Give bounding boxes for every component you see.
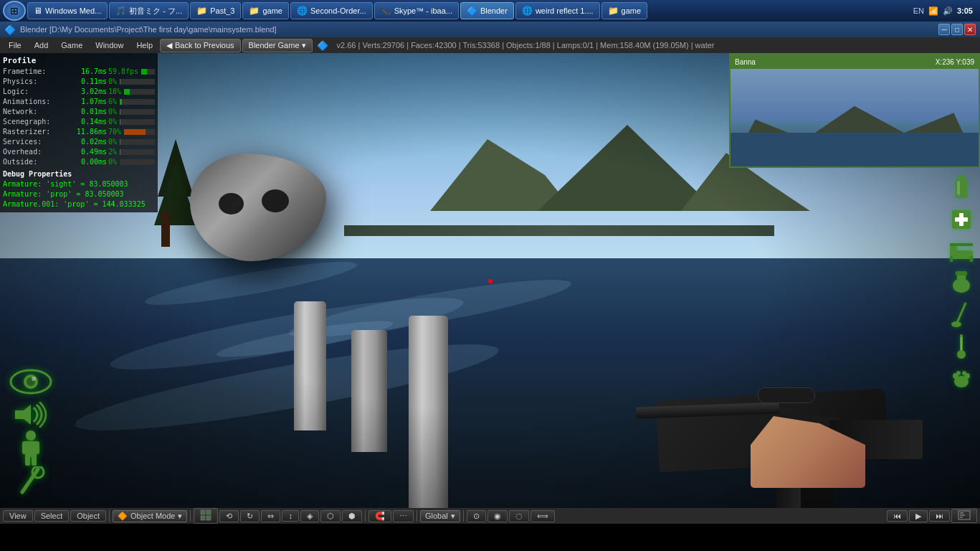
minimap-background [731, 55, 979, 166]
prop-falloff-button[interactable]: ◌ [509, 510, 529, 522]
taskbar-btn-windows-media[interactable]: 🖥 Windows Med... [27, 2, 108, 19]
svg-rect-18 [961, 337, 962, 350]
volume-icon: 🔊 [943, 6, 953, 16]
menu-window[interactable]: Window [90, 39, 129, 51]
crosshair [488, 279, 493, 283]
snap-button[interactable]: 🧲 [368, 510, 391, 522]
mirror-button[interactable]: ⟺ [531, 510, 555, 522]
global-chevron-icon: ▾ [451, 512, 455, 521]
global-local-select[interactable]: Global ▾ [420, 510, 460, 522]
folder-icon-2: 📁 [249, 6, 260, 16]
minimap-header: Banna X:236 Y:039 [731, 55, 979, 69]
scale-button[interactable]: ⇔ [261, 510, 280, 522]
status-bar-text: v2.66 | Verts:29706 | Faces:42300 | Tris… [337, 41, 715, 50]
mode-chevron-icon: ▾ [178, 512, 182, 521]
back-to-previous-button[interactable]: ◀ Back to Previous [160, 39, 241, 52]
blender-logo-icon: 🔷 [317, 40, 328, 51]
hud-toilet-icon [948, 270, 974, 296]
windows-icon: ⊞ [10, 5, 19, 17]
svg-point-17 [957, 350, 966, 359]
tool-4-button[interactable]: ⬢ [342, 510, 362, 522]
game-viewport[interactable]: Profile Frametime: 16.7ms 59.8fps Physic… [0, 53, 980, 509]
close-button[interactable]: ✕ [964, 24, 976, 35]
rotate-button[interactable]: ↻ [240, 510, 260, 522]
menu-add[interactable]: Add [29, 39, 54, 51]
hud-bottle-icon [948, 175, 974, 201]
toolbar-separator-4 [417, 510, 417, 522]
svg-rect-40 [206, 516, 211, 520]
miku-icon: 🎵 [115, 6, 126, 16]
svg-rect-8 [950, 243, 973, 246]
tool-1-button[interactable]: ↕ [282, 510, 299, 522]
anim-play-button[interactable]: ▶ [909, 510, 928, 522]
snap-type-button[interactable]: ⋯ [393, 510, 414, 522]
blender-taskbar-icon: 🔷 [467, 6, 477, 16]
render-engine-select[interactable]: Blender Game ▾ [242, 39, 313, 52]
taskbar-btn-skype[interactable]: 📞 Skype™ - ibaa... [374, 2, 459, 19]
taskbar-btn-game[interactable]: 📁 game [242, 2, 289, 19]
hud-thermometer-icon [948, 333, 974, 359]
tool-2-button[interactable]: ◈ [300, 510, 319, 522]
profile-row-services: Services: 0.02ms 0% [3, 137, 155, 147]
svg-point-27 [32, 377, 36, 381]
svg-rect-31 [22, 441, 28, 454]
taskbar-btn-weird-reflect[interactable]: 🌐 weird reflect 1.... [515, 2, 600, 19]
windows-media-icon: 🖥 [34, 6, 42, 16]
debug-properties-title: Debug Properties [3, 170, 155, 178]
prop-type-button[interactable]: ◉ [487, 510, 508, 522]
hud-wrench-icon [6, 466, 56, 495]
profile-row-network: Network: 0.01ms 0% [3, 107, 155, 117]
profile-row-frametime: Frametime: 16.7ms 59.8fps [3, 67, 155, 77]
main-viewport: Profile Frametime: 16.7ms 59.8fps Physic… [0, 53, 980, 524]
toolbar-separator-1 [109, 510, 110, 522]
view-menu-button[interactable]: View [3, 510, 33, 522]
anim-end-button[interactable]: ⏭ [929, 510, 950, 522]
minimap-water [731, 133, 979, 166]
clock: 3:05 [957, 6, 973, 15]
anim-start-button[interactable]: ⏮ [887, 510, 908, 522]
menu-file[interactable]: File [3, 39, 27, 51]
menu-help[interactable]: Help [130, 39, 158, 51]
title-bar: 🔷 Blender [D:\My Documents\Project\The f… [0, 22, 980, 37]
toolbar-separator-3 [365, 510, 366, 522]
object-mode-select[interactable]: 🔶 Object Mode ▾ [113, 510, 187, 522]
taskbar-btn-past3[interactable]: 📁 Past_3 [190, 2, 241, 19]
cylinder-post-1 [294, 301, 326, 430]
profile-title: Profile [3, 56, 155, 65]
network-icon: 📶 [928, 6, 938, 16]
hud-person-icon [6, 433, 56, 462]
blender-title-icon: 🔷 [4, 24, 16, 35]
taskbar-btn-game2[interactable]: 📁 game [601, 2, 648, 19]
transform-button[interactable]: ⟲ [219, 510, 239, 522]
view-layer-button[interactable] [194, 508, 218, 524]
horizon-land [344, 225, 774, 236]
debug-row-1: Armature: 'sight' = 83.050003 [3, 179, 155, 189]
svg-rect-10 [970, 256, 973, 262]
tool-3-button[interactable]: ⬡ [320, 510, 341, 522]
folder-icon-1: 📁 [196, 6, 207, 16]
select-menu-button[interactable]: Select [34, 510, 70, 522]
cylinder-post-3 [409, 316, 448, 509]
proportional-edit-button[interactable]: ⊙ [467, 510, 486, 522]
profile-row-animations: Animations: 1.07ms 6% [3, 97, 155, 107]
start-button[interactable]: ⊞ [3, 1, 26, 21]
svg-point-15 [951, 321, 961, 327]
taskbar-btn-blender[interactable]: 🔷 Blender [460, 2, 514, 19]
svg-line-35 [22, 469, 38, 492]
hud-bed-icon [948, 238, 974, 264]
profile-row-rasterizer: Rasterizer: 11.86ms 70% [3, 127, 155, 137]
chevron-down-icon: ▾ [302, 41, 306, 50]
taskbar-btn-miku[interactable]: 🎵 初音ミク - フ... [109, 2, 189, 19]
frame-number[interactable] [951, 509, 977, 523]
minimap-coords: X:236 Y:039 [936, 58, 974, 66]
profile-row-logic: Logic: 3.02ms 18% [3, 87, 155, 97]
menu-game[interactable]: Game [55, 39, 88, 51]
maximize-button[interactable]: □ [951, 24, 963, 35]
object-menu-button[interactable]: Object [70, 510, 106, 522]
profile-row-outside: Outside: 0.00ms 0% [3, 157, 155, 167]
profile-row-overhead: Overhead: 0.49ms 2% [3, 147, 155, 157]
cylinder-post-2 [351, 330, 387, 452]
taskbar-btn-second-order[interactable]: 🌐 Second-Order... [290, 2, 373, 19]
minimize-button[interactable]: ─ [938, 24, 950, 35]
debug-row-3: Armature.001: 'prop' = 144.033325 [3, 199, 155, 209]
